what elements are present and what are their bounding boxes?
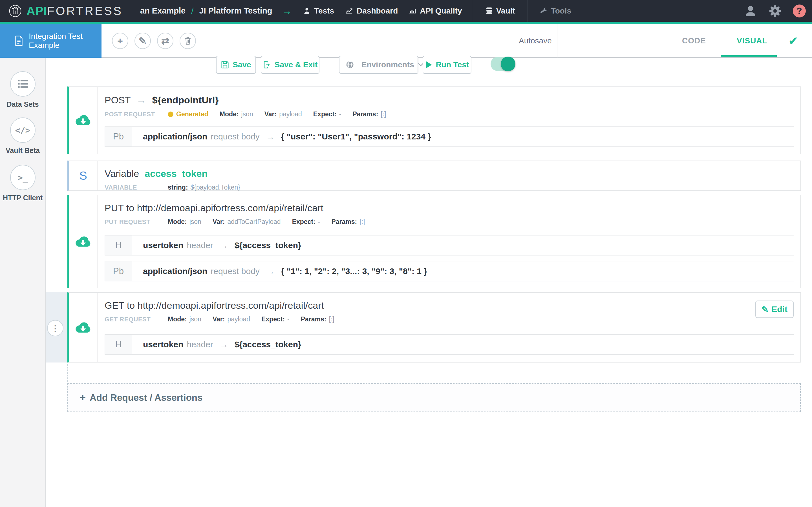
meta-value: [:] (359, 218, 365, 226)
vault-beta-button[interactable]: </> (10, 117, 36, 143)
content-type: application/json (143, 267, 207, 276)
step-icon-column (69, 87, 98, 154)
meta-value: [:] (329, 316, 335, 323)
edit-button[interactable]: ✎ Edit (755, 300, 794, 318)
nav-item-vault[interactable]: Vault (473, 0, 528, 22)
nav-item-label: API Quality (420, 6, 462, 15)
user-avatar-icon[interactable] (744, 4, 757, 18)
environments-label: Environments (361, 60, 414, 69)
vault-beta-label: Vault Beta (6, 147, 40, 155)
save-exit-button[interactable]: Save & Exit (261, 56, 319, 74)
row-content: usertoken header → ${access_token} (132, 235, 301, 255)
meta-value: [:] (380, 110, 386, 118)
autosave-toggle[interactable] (491, 57, 515, 71)
generated-dot-icon (168, 112, 173, 117)
environments-dropdown[interactable]: Environments (339, 56, 418, 74)
meta-key: Mode: (168, 218, 187, 226)
step-title: POST → ${endpointUrl} (105, 94, 794, 106)
step-post-request[interactable]: POST → ${endpointUrl} POST REQUEST Gener… (67, 87, 801, 154)
check-icon: ✔ (788, 24, 798, 58)
accent-bar (0, 22, 812, 24)
step-title: GET to http://demoapi.apifortress.com/ap… (105, 300, 794, 311)
meta-value: - (287, 316, 290, 323)
add-request-assertions-button[interactable]: + Add Request / Assertions (67, 383, 801, 412)
run-test-label: Run Test (436, 60, 469, 69)
variable-title: Variable (105, 168, 139, 179)
nav-item-dashboard[interactable]: Dashboard (345, 0, 398, 22)
run-test-button[interactable]: Run Test (423, 56, 471, 74)
step-variable[interactable]: S Variable access_token VARIABLE string:… (67, 161, 801, 191)
nav-item-tests[interactable]: Tests (303, 0, 334, 22)
data-sets-button[interactable] (10, 71, 36, 97)
nav-item-label: Tests (314, 6, 334, 15)
transfer-test-button[interactable]: ⇄ (157, 33, 173, 49)
edit-label: Edit (771, 304, 788, 314)
help-icon[interactable]: ? (793, 4, 806, 17)
request-url: ${endpointUrl} (152, 95, 219, 106)
step-get-request[interactable]: GET to http://demoapi.apifortress.com/ap… (67, 292, 801, 362)
arrow-right-icon: → (219, 339, 229, 350)
toggle-knob (501, 57, 515, 71)
meta-key: Mode: (220, 110, 239, 118)
request-title: GET to http://demoapi.apifortress.com/ap… (105, 300, 324, 311)
body-value: { "1": 1, "2": 2, "3...: 3, "9": 3, "8":… (281, 267, 427, 276)
data-sets-label: Data Sets (7, 100, 39, 108)
meta-value: payload (227, 316, 250, 323)
plus-icon: + (80, 392, 86, 404)
header-value: ${access_token} (235, 340, 301, 349)
cloud-download-icon (75, 234, 92, 249)
breadcrumb-project[interactable]: an Example (140, 6, 186, 15)
meta-value: - (318, 218, 320, 226)
http-client-button[interactable]: >_ (10, 165, 36, 190)
test-tab[interactable]: Integration Test Example (0, 24, 101, 58)
delete-test-button[interactable] (180, 33, 196, 49)
test-action-buttons: + ✎ ⇄ (112, 33, 196, 49)
tab-code[interactable]: CODE (682, 24, 706, 58)
step-connector-line (67, 364, 68, 382)
request-title: PUT to http://demoapi.apifortress.com/ap… (105, 203, 323, 214)
header-row[interactable]: H usertoken header → ${access_token} (105, 235, 794, 256)
step-put-request[interactable]: PUT to http://demoapi.apifortress.com/ap… (67, 195, 801, 288)
tests-person-icon (303, 7, 311, 15)
row-kind: header (187, 340, 213, 349)
terminal-icon: >_ (17, 173, 28, 182)
save-button[interactable]: Save (216, 56, 256, 74)
tab-visual[interactable]: VISUAL (737, 24, 767, 58)
meta-value: json (190, 218, 201, 226)
breadcrumb-test[interactable]: JI Platform Testing (199, 6, 272, 15)
document-icon (14, 35, 24, 47)
step-kind-label: POST REQUEST (105, 111, 168, 118)
brand-fortress-text: FORTRESS (47, 4, 123, 18)
meta-value: json (241, 110, 253, 118)
swap-arrows-icon: ⇄ (161, 36, 169, 46)
arrow-right-icon: → (137, 94, 147, 106)
gear-icon[interactable] (769, 4, 781, 17)
toolbar: Integration Test Example + ✎ ⇄ Save Save… (0, 24, 812, 58)
step-meta: GET REQUEST Mode:json Var:payload Expect… (105, 316, 794, 323)
variable-name: access_token (145, 168, 207, 179)
kebab-icon: ⋮ (51, 323, 59, 333)
nav-item-tools[interactable]: Tools (540, 0, 571, 22)
list-icon (17, 79, 29, 89)
autosave-label: Autosave (519, 24, 552, 58)
question-glyph: ? (797, 6, 802, 16)
header-row[interactable]: H usertoken header → ${access_token} (105, 334, 794, 355)
plus-icon: + (117, 36, 123, 46)
cloud-download-icon (75, 113, 92, 128)
rename-test-button[interactable]: ✎ (135, 33, 151, 49)
left-sidebar: Data Sets </> Vault Beta >_ HTTP Client (0, 58, 46, 507)
fortress-logo-icon (8, 4, 22, 18)
step-menu-button[interactable]: ⋮ (47, 320, 63, 336)
step-title: PUT to http://demoapi.apifortress.com/ap… (105, 203, 794, 214)
step-meta: POST REQUEST Generated Mode:json Var:pay… (105, 110, 794, 118)
request-body-row[interactable]: Pb application/json request body → { "1"… (105, 261, 794, 281)
nav-item-label: Tools (551, 6, 571, 15)
arrow-right-icon: → (266, 131, 275, 142)
brand-logo[interactable]: API FORTRESS (8, 4, 123, 18)
nav-item-api-quality[interactable]: API Quality (409, 0, 462, 22)
header-tag: H (105, 335, 132, 354)
top-navbar: API FORTRESS an Example / JI Platform Te… (0, 0, 812, 22)
request-body-row[interactable]: Pb application/json request body → { "us… (105, 126, 794, 147)
meta-key: Var: (213, 218, 225, 226)
add-test-button[interactable]: + (112, 33, 128, 49)
